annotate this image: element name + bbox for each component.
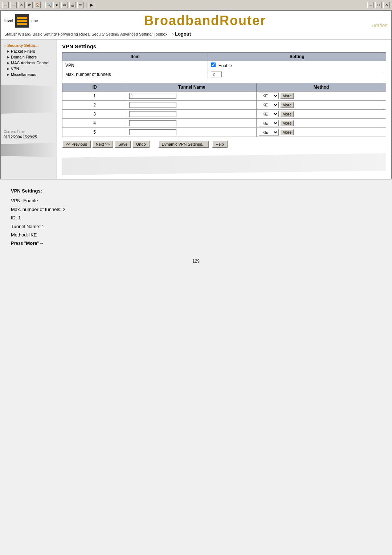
logo-bar-3	[17, 23, 27, 25]
max-tunnels-cell	[208, 70, 386, 79]
description-section: VPN Settings: VPN: EnableMax. number of …	[0, 179, 392, 255]
close-button[interactable]: ✕	[383, 2, 390, 8]
logo-icon	[15, 14, 29, 28]
tunnel-col-name: Tunnel Name	[127, 83, 257, 92]
tunnel-more-button-4[interactable]: More	[280, 129, 294, 135]
tunnel-row: 4IKEMore	[62, 119, 386, 128]
description-line-5: Press "More"→	[11, 239, 381, 247]
tunnel-method-select-4[interactable]: IKE	[259, 129, 279, 135]
description-line-4: Method: IKE	[11, 231, 381, 239]
tunnel-name-input-1[interactable]	[129, 102, 176, 108]
sidebar-mac-label: MAC Address Control	[11, 61, 49, 65]
current-time-section: Current Time 01/12/2004 15:29:25	[1, 128, 57, 139]
tunnel-more-button-3[interactable]: More	[280, 120, 294, 126]
browser-toolbar: ← → ✕ ⟳ 🏠 🔍 ★ ✉ 🖨 ✏ ▶ – □ ✕	[0, 0, 392, 10]
sidebar-decoration-2	[1, 143, 57, 157]
tunnel-method-select-1[interactable]: IKE	[259, 102, 279, 108]
logout-button[interactable]: Logout	[175, 31, 191, 37]
edit-button[interactable]: ✏	[77, 2, 84, 8]
nav-links[interactable]: Status/ Wizard/ Basic Setting/ Forwardin…	[4, 32, 167, 36]
content-area: Security Settin... Packet Filters Domain…	[1, 40, 391, 179]
next-button[interactable]: Next >>	[92, 141, 114, 148]
back-button[interactable]: ←	[2, 2, 9, 8]
current-time-label: Current Time	[1, 128, 57, 135]
nav-circle-icon: ○	[171, 32, 174, 36]
stop-button[interactable]: ✕	[18, 2, 25, 8]
tunnel-name-cell-2	[127, 110, 257, 119]
minimize-button[interactable]: –	[367, 2, 374, 8]
maximize-button[interactable]: □	[375, 2, 382, 8]
description-lines: VPN: EnableMax. number of tunnels: 2ID: …	[11, 197, 381, 247]
sidebar-vpn-label: VPN	[11, 66, 19, 71]
description-line-0: VPN: Enable	[11, 197, 381, 205]
toolbar-buttons[interactable]: ← → ✕ ⟳ 🏠 🔍 ★ ✉ 🖨 ✏ ▶	[2, 2, 95, 8]
tunnel-name-input-4[interactable]	[129, 129, 176, 135]
sidebar-item-domain-filters[interactable]: Domain Filters	[1, 54, 57, 60]
dynamic-vpn-button[interactable]: Dynamic VPN Settings...	[158, 141, 209, 148]
browser-window: level one BroadbandRouter uration Status…	[0, 10, 392, 179]
current-time-value: 01/12/2004 15:29:25	[1, 135, 57, 139]
table-row: Max. number of tunnels	[62, 70, 386, 79]
tunnel-more-button-2[interactable]: More	[280, 111, 294, 117]
table-row: VPN Enable	[62, 61, 386, 70]
tunnel-method-select-2[interactable]: IKE	[259, 111, 279, 117]
tunnel-id-0: 1	[62, 92, 127, 101]
tunnel-name-cell-1	[127, 101, 257, 110]
tunnel-name-input-2[interactable]	[129, 111, 176, 117]
search-button[interactable]: 🔍	[45, 2, 52, 8]
sidebar-item-packet-filters[interactable]: Packet Filters	[1, 48, 57, 54]
sidebar-misc-label: Miscellaneous	[11, 72, 36, 77]
page-number-value: 129	[192, 259, 200, 264]
tunnel-name-input-0[interactable]	[129, 93, 176, 99]
tunnel-row: 2IKEMore	[62, 101, 386, 110]
sidebar-item-security[interactable]: Security Settin...	[1, 42, 57, 48]
help-button[interactable]: Help	[212, 141, 228, 148]
settings-col-item: Item	[62, 53, 208, 61]
media-button[interactable]: ▶	[89, 2, 95, 8]
tunnel-method-select-0[interactable]: IKE	[259, 93, 279, 99]
logo-row: level one BroadbandRouter uration	[4, 13, 388, 28]
vpn-enable-checkbox[interactable]	[211, 62, 216, 67]
max-tunnels-input[interactable]	[211, 72, 222, 77]
nav-bar: Status/ Wizard/ Basic Setting/ Forwardin…	[4, 30, 388, 37]
logo-bar-2	[17, 20, 27, 22]
tunnel-row: 3IKEMore	[62, 110, 386, 119]
sidebar-decoration	[1, 85, 57, 114]
home-button[interactable]: 🏠	[34, 2, 41, 8]
settings-table: Item Setting VPN Enable Max. number of t…	[62, 52, 386, 79]
tunnel-method-select-3[interactable]: IKE	[259, 120, 279, 126]
tunnel-more-button-1[interactable]: More	[280, 102, 294, 108]
mail-button[interactable]: ✉	[61, 2, 68, 8]
favorites-button[interactable]: ★	[53, 2, 60, 8]
tunnel-row: 5IKEMore	[62, 128, 386, 137]
refresh-button[interactable]: ⟳	[26, 2, 33, 8]
page-number: 129	[0, 255, 392, 271]
window-controls[interactable]: – □ ✕	[367, 2, 390, 8]
logo-bar-1	[17, 17, 27, 19]
main-decoration	[62, 153, 386, 175]
sidebar-item-misc[interactable]: Miscellaneous	[1, 72, 57, 77]
description-line-2: ID: 1	[11, 214, 381, 222]
tunnel-method-cell-0: IKEMore	[257, 92, 386, 101]
bottom-buttons: << Previous Next >> Save Undo Dynamic VP…	[62, 141, 386, 148]
tunnel-col-id: ID	[62, 83, 127, 92]
tunnel-name-cell-3	[127, 119, 257, 128]
sidebar: Security Settin... Packet Filters Domain…	[1, 40, 57, 179]
sidebar-item-vpn[interactable]: VPN	[1, 66, 57, 72]
tunnel-id-1: 2	[62, 101, 127, 110]
print-button[interactable]: 🖨	[69, 2, 76, 8]
tunnel-more-button-0[interactable]: More	[280, 93, 294, 99]
tunnel-id-2: 3	[62, 110, 127, 119]
logo-one-text: one	[31, 19, 38, 23]
vpn-enable-label: Enable	[219, 63, 232, 68]
tunnel-name-input-3[interactable]	[129, 120, 176, 126]
sidebar-item-mac-address[interactable]: MAC Address Control	[1, 60, 57, 66]
description-title: VPN Settings:	[11, 187, 381, 195]
brand-sub: uration	[372, 23, 388, 28]
undo-button[interactable]: Undo	[132, 141, 149, 148]
save-button[interactable]: Save	[115, 141, 131, 148]
tunnel-method-cell-3: IKEMore	[257, 119, 386, 128]
tunnel-method-cell-2: IKEMore	[257, 110, 386, 119]
forward-button[interactable]: →	[10, 2, 17, 8]
previous-button[interactable]: << Previous	[62, 141, 91, 148]
